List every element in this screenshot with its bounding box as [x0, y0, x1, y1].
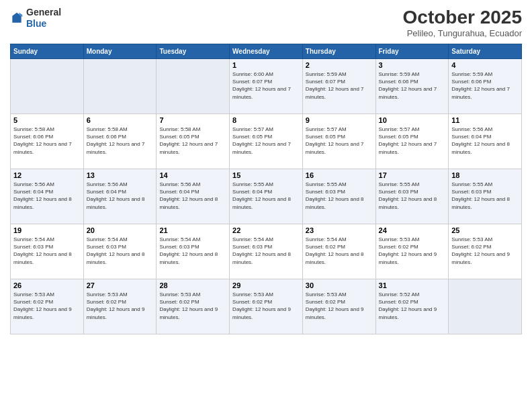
day-number: 1 [232, 61, 300, 69]
calendar-week-row: 1Sunrise: 6:00 AMSunset: 6:07 PMDaylight… [11, 59, 522, 114]
calendar-day-cell: 31Sunrise: 5:52 AMSunset: 6:02 PMDayligh… [375, 279, 449, 334]
calendar-week-row: 5Sunrise: 5:58 AMSunset: 6:06 PMDaylight… [11, 114, 522, 169]
day-info: Sunrise: 5:56 AMSunset: 6:04 PMDaylight:… [87, 181, 154, 211]
calendar-day-cell: 16Sunrise: 5:55 AMSunset: 6:03 PMDayligh… [302, 169, 375, 224]
calendar-day-cell [157, 59, 230, 114]
calendar-day-cell: 30Sunrise: 5:53 AMSunset: 6:02 PMDayligh… [302, 279, 375, 334]
day-info: Sunrise: 5:57 AMSunset: 6:05 PMDaylight:… [232, 126, 300, 156]
day-number: 20 [87, 226, 154, 234]
day-number: 22 [232, 226, 300, 234]
day-info: Sunrise: 5:53 AMSunset: 6:02 PMDaylight:… [232, 291, 300, 321]
day-number: 29 [232, 281, 300, 289]
day-info: Sunrise: 5:55 AMSunset: 6:03 PMDaylight:… [379, 181, 446, 211]
day-info: Sunrise: 5:53 AMSunset: 6:02 PMDaylight:… [379, 236, 446, 266]
day-number: 17 [379, 171, 446, 179]
weekday-header-cell: Saturday [449, 44, 522, 59]
calendar-day-cell: 1Sunrise: 6:00 AMSunset: 6:07 PMDaylight… [230, 59, 303, 114]
calendar-day-cell: 2Sunrise: 5:59 AMSunset: 6:07 PMDaylight… [302, 59, 375, 114]
day-info: Sunrise: 5:54 AMSunset: 6:03 PMDaylight:… [87, 236, 154, 266]
header: General Blue October 2025 Pelileo, Tungu… [10, 7, 522, 38]
day-info: Sunrise: 5:59 AMSunset: 6:07 PMDaylight:… [306, 71, 373, 101]
day-info: Sunrise: 5:56 AMSunset: 6:04 PMDaylight:… [451, 126, 519, 156]
day-info: Sunrise: 5:55 AMSunset: 6:04 PMDaylight:… [232, 181, 300, 211]
day-info: Sunrise: 5:58 AMSunset: 6:06 PMDaylight:… [87, 126, 154, 156]
day-number: 15 [232, 171, 300, 179]
month-title: October 2025 [403, 7, 522, 28]
day-number: 10 [379, 116, 446, 124]
weekday-header-cell: Tuesday [157, 44, 230, 59]
day-number: 12 [13, 171, 81, 179]
day-number: 6 [87, 116, 154, 124]
weekday-header-cell: Sunday [11, 44, 84, 59]
calendar-page: General Blue October 2025 Pelileo, Tungu… [0, 0, 532, 411]
calendar-day-cell: 12Sunrise: 5:56 AMSunset: 6:04 PMDayligh… [11, 169, 84, 224]
title-block: October 2025 Pelileo, Tungurahua, Ecuado… [403, 7, 522, 38]
calendar-day-cell: 27Sunrise: 5:53 AMSunset: 6:02 PMDayligh… [83, 279, 157, 334]
calendar-day-cell: 13Sunrise: 5:56 AMSunset: 6:04 PMDayligh… [83, 169, 157, 224]
day-number: 9 [306, 116, 373, 124]
day-info: Sunrise: 5:54 AMSunset: 6:03 PMDaylight:… [232, 236, 300, 266]
day-info: Sunrise: 5:54 AMSunset: 6:03 PMDaylight:… [13, 236, 81, 266]
weekday-header-cell: Monday [83, 44, 157, 59]
calendar-day-cell: 28Sunrise: 5:53 AMSunset: 6:02 PMDayligh… [157, 279, 230, 334]
day-number: 11 [451, 116, 519, 124]
calendar-day-cell: 5Sunrise: 5:58 AMSunset: 6:06 PMDaylight… [11, 114, 84, 169]
day-number: 16 [306, 171, 373, 179]
calendar-day-cell [83, 59, 157, 114]
day-info: Sunrise: 5:59 AMSunset: 6:06 PMDaylight:… [451, 71, 519, 101]
weekday-header-row: SundayMondayTuesdayWednesdayThursdayFrid… [11, 44, 522, 59]
day-number: 23 [306, 226, 373, 234]
day-info: Sunrise: 5:52 AMSunset: 6:02 PMDaylight:… [379, 291, 446, 321]
calendar-day-cell [11, 59, 84, 114]
day-number: 24 [379, 226, 446, 234]
logo-text: General Blue [26, 7, 61, 30]
weekday-header-cell: Wednesday [230, 44, 303, 59]
calendar-week-row: 12Sunrise: 5:56 AMSunset: 6:04 PMDayligh… [11, 169, 522, 224]
calendar-day-cell: 21Sunrise: 5:54 AMSunset: 6:03 PMDayligh… [157, 224, 230, 279]
day-number: 30 [306, 281, 373, 289]
day-info: Sunrise: 5:53 AMSunset: 6:02 PMDaylight:… [13, 291, 81, 321]
day-info: Sunrise: 6:00 AMSunset: 6:07 PMDaylight:… [232, 71, 300, 101]
day-number: 8 [232, 116, 300, 124]
calendar-day-cell: 20Sunrise: 5:54 AMSunset: 6:03 PMDayligh… [83, 224, 157, 279]
day-info: Sunrise: 5:54 AMSunset: 6:03 PMDaylight:… [159, 236, 226, 266]
calendar-week-row: 19Sunrise: 5:54 AMSunset: 6:03 PMDayligh… [11, 224, 522, 279]
calendar-day-cell: 24Sunrise: 5:53 AMSunset: 6:02 PMDayligh… [375, 224, 449, 279]
calendar-day-cell: 11Sunrise: 5:56 AMSunset: 6:04 PMDayligh… [449, 114, 522, 169]
day-number: 4 [451, 61, 519, 69]
day-number: 25 [451, 226, 519, 234]
logo-blue-text: Blue [26, 18, 46, 29]
day-info: Sunrise: 5:57 AMSunset: 6:05 PMDaylight:… [306, 126, 373, 156]
day-info: Sunrise: 5:58 AMSunset: 6:05 PMDaylight:… [159, 126, 226, 156]
day-info: Sunrise: 5:53 AMSunset: 6:02 PMDaylight:… [451, 236, 519, 266]
calendar-day-cell: 29Sunrise: 5:53 AMSunset: 6:02 PMDayligh… [230, 279, 303, 334]
calendar-day-cell: 17Sunrise: 5:55 AMSunset: 6:03 PMDayligh… [375, 169, 449, 224]
day-number: 26 [13, 281, 81, 289]
day-number: 28 [159, 281, 226, 289]
day-number: 27 [87, 281, 154, 289]
day-number: 21 [159, 226, 226, 234]
calendar-day-cell: 14Sunrise: 5:56 AMSunset: 6:04 PMDayligh… [157, 169, 230, 224]
calendar-week-row: 26Sunrise: 5:53 AMSunset: 6:02 PMDayligh… [11, 279, 522, 334]
calendar-day-cell: 23Sunrise: 5:54 AMSunset: 6:02 PMDayligh… [302, 224, 375, 279]
day-info: Sunrise: 5:59 AMSunset: 6:06 PMDaylight:… [379, 71, 446, 101]
calendar-day-cell: 25Sunrise: 5:53 AMSunset: 6:02 PMDayligh… [449, 224, 522, 279]
calendar-day-cell: 3Sunrise: 5:59 AMSunset: 6:06 PMDaylight… [375, 59, 449, 114]
calendar-day-cell: 7Sunrise: 5:58 AMSunset: 6:05 PMDaylight… [157, 114, 230, 169]
calendar-day-cell: 6Sunrise: 5:58 AMSunset: 6:06 PMDaylight… [83, 114, 157, 169]
day-number: 14 [159, 171, 226, 179]
calendar-day-cell: 19Sunrise: 5:54 AMSunset: 6:03 PMDayligh… [11, 224, 84, 279]
day-number: 18 [451, 171, 519, 179]
day-number: 19 [13, 226, 81, 234]
calendar-day-cell: 8Sunrise: 5:57 AMSunset: 6:05 PMDaylight… [230, 114, 303, 169]
day-info: Sunrise: 5:55 AMSunset: 6:03 PMDaylight:… [306, 181, 373, 211]
day-number: 31 [379, 281, 446, 289]
weekday-header-cell: Thursday [302, 44, 375, 59]
calendar-day-cell: 18Sunrise: 5:55 AMSunset: 6:03 PMDayligh… [449, 169, 522, 224]
calendar-day-cell: 22Sunrise: 5:54 AMSunset: 6:03 PMDayligh… [230, 224, 303, 279]
day-info: Sunrise: 5:54 AMSunset: 6:02 PMDaylight:… [306, 236, 373, 266]
day-info: Sunrise: 5:55 AMSunset: 6:03 PMDaylight:… [451, 181, 519, 211]
day-number: 7 [159, 116, 226, 124]
calendar-day-cell: 10Sunrise: 5:57 AMSunset: 6:05 PMDayligh… [375, 114, 449, 169]
day-number: 5 [13, 116, 81, 124]
